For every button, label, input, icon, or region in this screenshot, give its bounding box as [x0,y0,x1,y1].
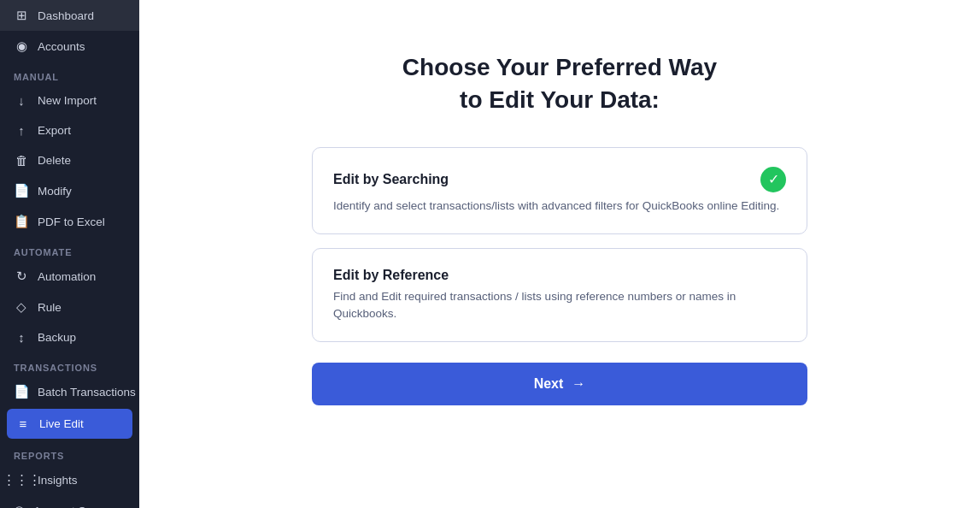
checkmark: ✓ [768,171,779,187]
account-summary-icon: ◉ [14,503,25,508]
sidebar: ⊞ Dashboard ◉ Accounts MANUAL ↓ New Impo… [0,0,139,508]
automation-icon: ↻ [14,269,29,284]
insights-icon: ⋮⋮⋮ [14,472,29,487]
modify-icon: 📄 [14,183,29,198]
option-title-edit-by-searching: Edit by Searching [333,172,449,187]
sidebar-label-insights: Insights [38,474,78,487]
sidebar-item-modify[interactable]: 📄 Modify [0,175,139,206]
sidebar-label-new-import: New Import [38,94,97,107]
pdf-to-excel-icon: 📋 [14,214,29,229]
accounts-icon: ◉ [14,38,29,54]
sidebar-label-dashboard: Dashboard [38,9,94,22]
sidebar-section-transactions: TRANSACTIONS [0,352,139,376]
option-header-edit-by-searching: Edit by Searching ✓ [333,167,786,192]
sidebar-item-delete[interactable]: 🗑 Delete [0,145,139,175]
sidebar-item-dashboard[interactable]: ⊞ Dashboard [0,0,139,31]
dashboard-icon: ⊞ [14,8,29,23]
sidebar-item-pdf-to-excel[interactable]: 📋 PDF to Excel [0,206,139,237]
next-button[interactable]: Next → [312,363,807,405]
sidebar-item-new-import[interactable]: ↓ New Import [0,86,139,115]
next-button-label: Next [534,376,564,392]
sidebar-section-reports: REPORTS [0,440,139,464]
sidebar-label-pdf-to-excel: PDF to Excel [38,216,105,228]
sidebar-label-batch-transactions: Batch Transactions [38,386,136,399]
sidebar-label-export: Export [38,124,71,137]
sidebar-item-accounts[interactable]: ◉ Accounts [0,31,139,62]
live-edit-icon: ≡ [15,416,31,431]
check-icon-edit-by-searching: ✓ [760,167,786,192]
sidebar-label-live-edit: Live Edit [39,417,84,430]
sidebar-section-manual: MANUAL [0,62,139,86]
sidebar-item-rule[interactable]: ◇ Rule [0,292,139,322]
sidebar-section-automate: AUTOMATE [0,237,139,261]
sidebar-label-automation: Automation [38,270,96,283]
sidebar-label-backup: Backup [38,331,76,344]
backup-icon: ↕ [14,330,29,345]
option-card-edit-by-searching[interactable]: Edit by Searching ✓ Identify and select … [312,147,807,234]
option-title-edit-by-reference: Edit by Reference [333,268,449,283]
rule-icon: ◇ [14,299,29,315]
sidebar-item-backup[interactable]: ↕ Backup [0,322,139,352]
option-card-edit-by-reference[interactable]: Edit by Reference Find and Edit required… [312,248,807,343]
options-container: Edit by Searching ✓ Identify and select … [312,147,807,343]
sidebar-label-accounts: Accounts [38,40,85,53]
sidebar-label-modify: Modify [38,185,72,198]
sidebar-label-rule: Rule [38,301,62,314]
sidebar-item-live-edit[interactable]: ≡ Live Edit [7,409,132,439]
sidebar-item-export[interactable]: ↑ Export [0,115,139,145]
option-desc-edit-by-reference: Find and Edit required transactions / li… [333,288,786,323]
next-arrow-icon: → [572,376,585,392]
sidebar-item-automation[interactable]: ↻ Automation [0,261,139,292]
option-header-edit-by-reference: Edit by Reference [333,268,786,283]
page-title: Choose Your Preferred Way to Edit Your D… [402,51,717,116]
sidebar-item-insights[interactable]: ⋮⋮⋮ Insights [0,464,139,495]
new-import-icon: ↓ [14,93,29,108]
sidebar-label-account-summary: Account Summary [33,505,127,509]
sidebar-item-batch-transactions[interactable]: 📄 Batch Transactions [0,376,139,407]
export-icon: ↑ [14,123,29,138]
sidebar-label-delete: Delete [38,154,71,167]
sidebar-item-account-summary[interactable]: ◉ Account Summary [0,495,139,508]
option-desc-edit-by-searching: Identify and select transactions/lists w… [333,198,786,215]
batch-transactions-icon: 📄 [14,384,29,399]
main-content: Choose Your Preferred Way to Edit Your D… [139,0,980,508]
delete-icon: 🗑 [14,153,29,168]
